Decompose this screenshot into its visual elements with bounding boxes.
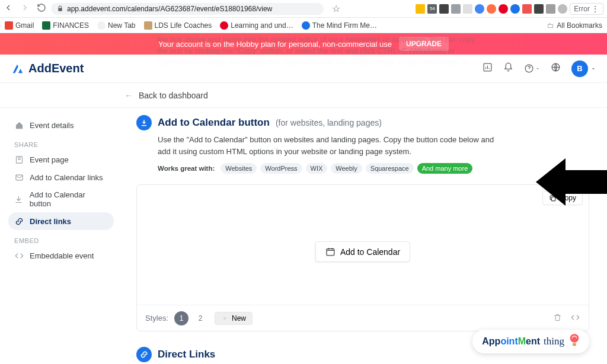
chevron-down-icon: [590, 66, 596, 72]
style-option-2[interactable]: 2: [193, 311, 207, 325]
bookmark-item[interactable]: FINANCES: [42, 21, 89, 30]
styles-row: Styles: 1 2 New: [137, 305, 589, 331]
home-icon: [14, 120, 24, 130]
lds-icon: [144, 21, 152, 30]
trash-icon[interactable]: [553, 313, 562, 324]
profile-icon[interactable]: [558, 4, 567, 14]
sidebar-section-embed: EMBED: [8, 230, 114, 247]
tag-wordpress: WordPress: [260, 163, 302, 174]
link-icon: [14, 216, 24, 226]
app-header: AddEvent B: [0, 55, 607, 83]
ext-icon[interactable]: [510, 4, 520, 14]
code-toggle-icon[interactable]: [570, 313, 580, 324]
add-to-calendar-button[interactable]: Add to Calendar: [315, 241, 410, 262]
addevent-logo-icon: [11, 62, 24, 75]
calendar-icon: [325, 247, 336, 257]
lock-icon: [57, 5, 63, 12]
account-menu[interactable]: B: [571, 60, 596, 77]
ext-icon[interactable]: [499, 4, 508, 14]
url-text: app.addevent.com/calendars/AG623687/even…: [67, 5, 272, 13]
ext-icon[interactable]: [475, 4, 484, 14]
tag-squarespace: Squarespace: [366, 163, 414, 174]
extensions-puzzle-icon[interactable]: [546, 4, 555, 14]
nav-back-icon[interactable]: [4, 3, 13, 15]
new-style-button[interactable]: New: [215, 312, 253, 325]
all-bookmarks[interactable]: 🗀All Bookmarks: [547, 21, 602, 30]
style-option-1[interactable]: 1: [174, 311, 189, 325]
sparkle-icon: [221, 315, 228, 322]
download-icon: [14, 194, 24, 204]
brand-logo[interactable]: AddEvent: [11, 62, 84, 75]
gmail-icon: [5, 21, 13, 30]
balloon-icon: [568, 333, 581, 350]
ext-icon[interactable]: 54: [427, 4, 437, 14]
sidebar-item-embeddable[interactable]: Embeddable event: [8, 247, 114, 264]
section-description: Use the "Add to Calendar" button on webs…: [158, 134, 501, 157]
direct-links-title: Direct Links: [158, 349, 215, 360]
pinterest-icon: [220, 21, 228, 30]
download-circle-icon: [136, 115, 152, 130]
back-bar[interactable]: ← Back to dashboard: [0, 83, 607, 108]
sidebar-item-event-page[interactable]: Event page: [8, 151, 114, 168]
mail-icon: [14, 173, 24, 182]
finances-icon: [42, 21, 50, 30]
svg-point-9: [570, 334, 579, 343]
browser-toolbar: app.addevent.com/calendars/AG623687/even…: [0, 0, 607, 18]
sidebar-section-share: SHARE: [8, 134, 114, 151]
sidebar-item-direct-links[interactable]: Direct links: [8, 212, 114, 230]
nav-reload-icon[interactable]: [37, 3, 46, 15]
ext-icon[interactable]: [522, 4, 532, 14]
ext-icon[interactable]: [463, 4, 472, 14]
svg-rect-10: [573, 343, 576, 346]
help-icon[interactable]: [524, 63, 540, 74]
mindfirm-icon: [302, 21, 310, 30]
bookmark-star-icon[interactable]: ☆: [332, 3, 340, 14]
extensions-tray: 54 Error⋮: [416, 3, 603, 15]
svg-point-7: [224, 317, 226, 319]
tag-websites: Websites: [221, 163, 257, 174]
newtab-icon: [97, 21, 106, 30]
address-bar[interactable]: app.addevent.com/calendars/AG623687/even…: [51, 3, 324, 15]
tag-wix: WIX: [306, 163, 328, 174]
ext-icon[interactable]: [534, 4, 544, 14]
tag-weebly: Weebly: [331, 163, 362, 174]
globe-icon[interactable]: [551, 62, 561, 75]
folder-icon: 🗀: [547, 21, 554, 30]
bookmark-item[interactable]: The Mind Firm Me…: [302, 21, 377, 30]
works-with-row: Works great with: Websites WordPress WIX…: [158, 163, 589, 174]
code-icon: [14, 251, 24, 260]
svg-rect-6: [327, 249, 334, 256]
ext-icon[interactable]: [487, 4, 496, 14]
ext-icon[interactable]: [416, 4, 425, 14]
analytics-icon[interactable]: [483, 62, 493, 75]
sidebar-item-calendar-links[interactable]: Add to Calendar links: [8, 168, 114, 186]
svg-rect-3: [16, 156, 22, 162]
avatar: B: [571, 60, 588, 77]
annotation-arrow: [536, 149, 607, 215]
appointment-thing-widget[interactable]: AppointMent thing: [472, 330, 589, 353]
bookmark-item[interactable]: LDS Life Coaches: [144, 21, 212, 30]
section-title: Add to Calendar button: [158, 117, 270, 129]
sidebar: Event details SHARE Event page Add to Ca…: [0, 108, 119, 364]
preview-box: Copy Add to Calendar Styles: 1 2 New: [136, 184, 589, 331]
upgrade-button[interactable]: UPGRADE: [399, 37, 449, 51]
sidebar-item-event-details[interactable]: Event details: [8, 116, 114, 134]
bookmark-item[interactable]: Gmail: [5, 21, 34, 30]
back-arrow-icon: ←: [124, 91, 133, 100]
bookmark-item[interactable]: Learning and und…: [220, 21, 293, 30]
back-label: Back to dashboard: [139, 91, 208, 100]
nav-forward-icon: [20, 3, 30, 15]
ext-icon[interactable]: [451, 4, 461, 14]
error-button[interactable]: Error⋮: [570, 3, 603, 15]
banner-text: Your account is on the Hobby plan for pe…: [158, 40, 392, 49]
bell-icon[interactable]: [503, 62, 513, 75]
tag-many-more[interactable]: And many more: [417, 163, 473, 174]
bookmark-item[interactable]: New Tab: [97, 21, 135, 30]
section-subtitle: (for websites, landing pages): [276, 118, 382, 127]
svg-marker-8: [536, 158, 607, 206]
section-header: Add to Calendar button (for websites, la…: [136, 115, 589, 130]
link-circle-icon: [136, 347, 152, 362]
sidebar-item-calendar-button[interactable]: Add to Calendar button: [8, 186, 114, 212]
bookmarks-bar: Gmail FINANCES New Tab LDS Life Coaches …: [0, 18, 607, 33]
ext-icon[interactable]: [439, 4, 449, 14]
